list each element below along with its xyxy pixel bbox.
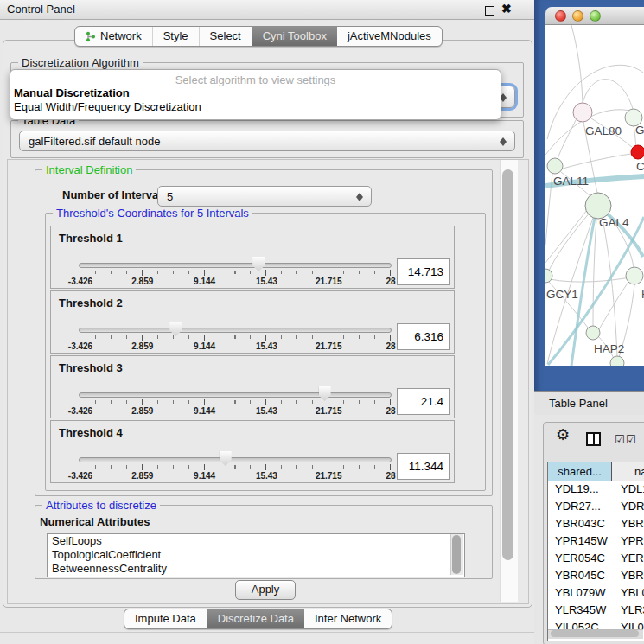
- slider-track[interactable]: [79, 457, 392, 462]
- cell-shared-name: YLR345W: [548, 602, 612, 619]
- dropdown-item-manual-discretization[interactable]: Manual Discretization: [14, 86, 130, 99]
- close-icon[interactable]: ✖: [501, 2, 512, 16]
- tick-label: 15.43: [247, 406, 285, 416]
- attributes-scrollbar-thumb[interactable]: [452, 535, 461, 574]
- threshold-value-field[interactable]: 11.344: [397, 453, 450, 480]
- split-table-icon[interactable]: [586, 432, 601, 446]
- cell-name: YDL1: [612, 481, 644, 498]
- network-edge: [547, 212, 590, 274]
- threshold-value-field[interactable]: 6.316: [397, 323, 450, 350]
- slider-track[interactable]: [79, 328, 392, 333]
- network-edge: [571, 25, 583, 103]
- network-node-red-node[interactable]: [631, 145, 644, 159]
- node-attribute-table[interactable]: shared... na YDL19...YDL1YDR27...YDR2YBR…: [547, 462, 644, 641]
- tab-impute-data[interactable]: Impute Data: [124, 609, 207, 628]
- tick-label: -3.426: [61, 277, 99, 286]
- slider-major-ticks: [80, 270, 392, 276]
- column-header-shared-name[interactable]: shared...: [548, 462, 612, 481]
- network-edge: [558, 118, 577, 159]
- tab-label: Discretize Data: [218, 609, 294, 628]
- table-data-combobox[interactable]: galFiltered.sif default node: [19, 131, 515, 151]
- network-node-partial-right[interactable]: [626, 267, 643, 284]
- threshold-label: Threshold 4: [59, 426, 123, 439]
- tick-label: 9.144: [186, 471, 224, 481]
- table-row[interactable]: YPR145WYPR1: [548, 532, 644, 550]
- network-node-gal80[interactable]: [573, 103, 592, 122]
- threshold-label: Threshold 3: [59, 361, 123, 374]
- tick-label: 2.859: [124, 406, 162, 416]
- tick-label: 9.144: [186, 406, 224, 416]
- mac-minimize-light[interactable]: [572, 10, 583, 22]
- combo-spinner-icon: [500, 135, 507, 147]
- tab-label: Style: [163, 27, 188, 46]
- number-of-intervals-combobox[interactable]: 5: [157, 186, 372, 207]
- vertical-scrollbar-thumb[interactable]: [502, 169, 513, 560]
- network-node-hap2[interactable]: [586, 326, 600, 340]
- network-window-titlebar[interactable]: [545, 7, 644, 25]
- tab-discretize-data[interactable]: Discretize Data: [207, 609, 304, 628]
- tick-label: 2.859: [124, 277, 162, 286]
- network-canvas[interactable]: GAL80GACGAL11GAL4GCY1HHAP2: [545, 25, 644, 366]
- node-label-gal11: GAL11: [553, 175, 589, 188]
- network-node-gal4[interactable]: [585, 193, 611, 219]
- tick-label: 9.144: [186, 341, 224, 351]
- tab-select[interactable]: Select: [199, 27, 252, 46]
- mac-zoom-light[interactable]: [590, 10, 601, 22]
- cell-name: YBL0: [612, 584, 644, 602]
- tick-label: 2.859: [124, 341, 162, 351]
- cell-name: YER0: [612, 550, 644, 567]
- attribute-item-selfloops[interactable]: SelfLoops: [48, 534, 464, 548]
- tab-infer-network[interactable]: Infer Network: [304, 609, 392, 628]
- tab-jactivemnodules[interactable]: jActiveMNodules: [337, 27, 442, 46]
- attribute-item-topologicalcoefficient[interactable]: TopologicalCoefficient: [48, 548, 464, 562]
- table-row[interactable]: YDL19...YDL1: [548, 481, 644, 498]
- tab-label: Select: [210, 27, 241, 46]
- slider-major-ticks: [80, 464, 392, 470]
- slider-track[interactable]: [79, 263, 392, 268]
- tick-label: 21.715: [309, 277, 348, 286]
- tick-label: 15.43: [247, 471, 285, 481]
- network-edge: [563, 154, 631, 169]
- threshold-value-field[interactable]: 21.4: [397, 388, 450, 415]
- mac-close-light[interactable]: [555, 10, 566, 22]
- gear-icon[interactable]: ⚙: [556, 427, 570, 443]
- table-row[interactable]: YLR345WYLR3: [548, 602, 644, 619]
- discretization-algorithm-label: Discretization Algorithm: [18, 56, 143, 69]
- table-row[interactable]: YER054CYER0: [548, 550, 644, 567]
- slider-major-ticks: [80, 399, 392, 405]
- cell-name: YBR0: [612, 567, 644, 584]
- network-node-partial-bottom[interactable]: [610, 356, 624, 366]
- slider-major-ticks: [80, 335, 392, 341]
- tab-style[interactable]: Style: [152, 27, 199, 46]
- cell-shared-name: YBR045C: [548, 567, 612, 584]
- table-horizontal-scrollbar-thumb[interactable]: [551, 630, 639, 637]
- dropdown-item-equal-width[interactable]: Equal Width/Frequency Discretization: [14, 100, 201, 113]
- float-window-icon[interactable]: [485, 6, 494, 16]
- control-panel-title: Control Panel: [7, 0, 75, 19]
- table-row[interactable]: YDR27...YDR2: [548, 498, 644, 515]
- table-row[interactable]: YBL079WYBL0: [548, 584, 644, 602]
- tick-label: 15.43: [247, 277, 285, 286]
- network-view-window: GAL80GACGAL11GAL4GCY1HHAP2: [545, 7, 644, 366]
- checkbox-icon[interactable]: ☑: [626, 434, 636, 445]
- node-label-ga: GA: [635, 124, 644, 137]
- network-edge: [593, 219, 596, 326]
- slider-track[interactable]: [79, 392, 392, 398]
- tab-network[interactable]: Network: [75, 27, 152, 46]
- apply-button[interactable]: Apply: [235, 580, 296, 600]
- checkbox-icon[interactable]: ☑: [615, 434, 625, 445]
- table-row[interactable]: YBR043CYBR0: [548, 515, 644, 532]
- network-node-gal11[interactable]: [547, 158, 563, 174]
- number-of-intervals-value: 5: [167, 187, 173, 206]
- table-row[interactable]: YBR045CYBR0: [548, 567, 644, 584]
- numerical-attributes-list[interactable]: SelfLoopsTopologicalCoefficientBetweenne…: [47, 533, 465, 577]
- network-edge: [550, 277, 630, 282]
- tab-cyni-toolbox[interactable]: Cyni Toolbox: [252, 27, 337, 46]
- attribute-item-betweennesscentrality[interactable]: BetweennessCentrality: [48, 562, 464, 576]
- number-of-intervals-label: Number of Intervals: [62, 186, 168, 205]
- cell-shared-name: YER054C: [548, 550, 612, 567]
- column-header-name[interactable]: na: [612, 462, 644, 481]
- tab-label: Impute Data: [135, 609, 196, 628]
- threshold-value-field[interactable]: 14.713: [397, 258, 450, 285]
- network-node-gcy1[interactable]: [545, 269, 552, 283]
